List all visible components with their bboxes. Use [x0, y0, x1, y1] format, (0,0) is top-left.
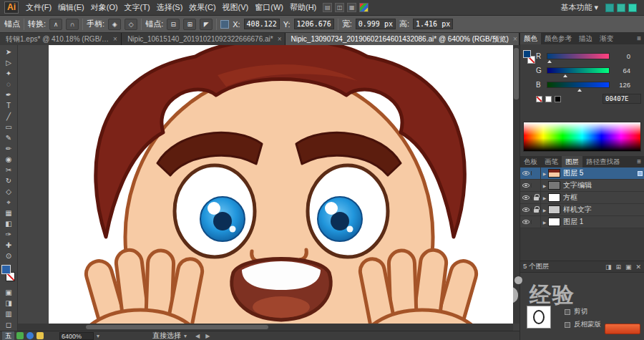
zoom-dropdown-icon[interactable]: ▾	[97, 333, 99, 339]
document-tab-3-active[interactable]: Nipic_13090734_20190602164601432086.ai* …	[286, 33, 519, 45]
invert-mask-checkbox[interactable]	[565, 322, 570, 328]
selection-tool[interactable]: ➤	[1, 47, 16, 57]
layer-row-1[interactable]: ▶ 图层 1	[520, 216, 644, 228]
width-tool[interactable]: ◉	[1, 154, 16, 165]
lock-cell[interactable]	[532, 180, 541, 191]
fill-color-swatch[interactable]	[1, 265, 11, 274]
artboard[interactable]	[49, 45, 514, 324]
visibility-eye-icon[interactable]	[520, 195, 532, 200]
draw-behind-icon[interactable]: ◨	[1, 298, 16, 309]
close-icon[interactable]: ×	[513, 35, 517, 43]
tab-swatches[interactable]: 色板	[520, 156, 541, 167]
shape-builder-tool[interactable]: ▦	[1, 208, 16, 218]
free-transform-tool[interactable]: ⌖	[1, 197, 16, 208]
document-tab-1[interactable]: 转钢1.eps* @ 410.18% (RGB/…×	[0, 33, 122, 45]
layer-name[interactable]: 文字编辑	[563, 180, 635, 190]
screen-mode-icon[interactable]: ◻	[1, 319, 16, 330]
expand-triangle-icon[interactable]: ▶	[541, 208, 548, 213]
make-mask-icon[interactable]: ◨	[605, 263, 612, 271]
grid-icon[interactable]: ▦	[347, 3, 356, 12]
green-slider[interactable]	[547, 67, 610, 74]
taskbar-app-icon-yellow[interactable]	[36, 332, 44, 339]
reference-point-icon[interactable]	[220, 20, 229, 29]
menu-effect[interactable]: 效果(C)	[189, 2, 215, 13]
height-input[interactable]: 1.416 px	[413, 19, 453, 29]
menu-file[interactable]: 文件(F)	[26, 2, 52, 13]
lock-icon[interactable]	[532, 204, 541, 215]
red-button[interactable]	[605, 324, 640, 334]
new-sublayer-icon[interactable]: ⊞	[615, 263, 621, 271]
mask-thumbnail[interactable]	[527, 306, 551, 329]
layer-name[interactable]: 方框	[563, 193, 635, 203]
panel-menu-icon[interactable]: ≡	[634, 33, 644, 44]
layer-name[interactable]: 图层 1	[563, 217, 635, 227]
magic-wand-tool[interactable]: ✦	[1, 68, 16, 79]
layer-row-text-edit[interactable]: ▶ 文字编辑	[520, 180, 644, 192]
canvas-area[interactable]	[18, 45, 514, 324]
menu-help[interactable]: 帮助(H)	[290, 2, 316, 13]
menu-edit[interactable]: 编辑(E)	[58, 2, 84, 13]
draw-inside-icon[interactable]: ▥	[1, 309, 16, 319]
black-swatch[interactable]	[555, 96, 561, 102]
arrange-documents-icon[interactable]: ▤	[323, 3, 332, 12]
cut-path-icon[interactable]: ◤	[200, 19, 213, 30]
delete-layer-icon[interactable]: ✕	[635, 263, 641, 271]
horizontal-scrollbar-thumb[interactable]	[86, 325, 268, 329]
x-input[interactable]: 408.122	[244, 19, 280, 29]
scale-tool[interactable]: ◇	[1, 186, 16, 197]
zoom-tool[interactable]: ⊙	[1, 251, 16, 261]
paintbrush-tool[interactable]: ✎	[1, 132, 16, 143]
expand-triangle-icon[interactable]: ▶	[541, 171, 548, 176]
menu-object[interactable]: 对象(O)	[91, 2, 118, 13]
document-setup-icon[interactable]: ◫	[335, 3, 344, 12]
panel-menu-icon[interactable]: ≡	[634, 156, 644, 167]
tab-gradient[interactable]: 渐变	[596, 33, 617, 44]
line-segment-tool[interactable]: ╱	[1, 111, 16, 122]
zoom-level-input[interactable]: 6400%	[59, 332, 94, 340]
workspace-icon-1[interactable]	[605, 4, 614, 12]
convert-corner-icon[interactable]: ∧	[49, 19, 62, 30]
add-anchor-icon[interactable]: ⊞	[183, 19, 196, 30]
visibility-eye-icon[interactable]	[520, 183, 532, 188]
layer-row-box[interactable]: ▶ 方框	[520, 192, 644, 204]
red-value[interactable]: 0	[613, 52, 630, 60]
hand-tool[interactable]: ✚	[1, 240, 16, 251]
tab-brushes[interactable]: 画笔	[541, 156, 562, 167]
lock-cell[interactable]	[532, 216, 541, 228]
prev-artboard-icon[interactable]: ◀	[195, 333, 200, 339]
close-icon[interactable]: ×	[278, 35, 282, 43]
rotate-tool[interactable]: ↻	[1, 175, 16, 186]
expand-triangle-icon[interactable]: ▶	[541, 195, 548, 200]
expand-triangle-icon[interactable]: ▶	[541, 220, 548, 225]
blue-value[interactable]: 126	[613, 81, 630, 89]
tab-layers[interactable]: 图层	[562, 156, 582, 167]
red-slider[interactable]	[547, 53, 610, 59]
tab-color-guide[interactable]: 颜色参考	[541, 33, 575, 44]
tab-color[interactable]: 颜色	[520, 33, 541, 44]
show-handles-icon[interactable]: ◈	[108, 19, 121, 30]
visibility-eye-icon[interactable]	[520, 220, 532, 224]
clip-checkbox[interactable]	[565, 309, 570, 315]
workspace-icon-3[interactable]	[628, 4, 637, 12]
green-value[interactable]: 64	[613, 67, 630, 74]
visibility-eye-icon[interactable]	[520, 208, 532, 212]
tab-stroke[interactable]: 描边	[575, 33, 596, 44]
workspace-icon-2[interactable]	[617, 4, 625, 12]
taskbar-app-icon-green[interactable]	[16, 332, 24, 339]
direct-selection-tool[interactable]: ▷	[1, 57, 16, 68]
pen-tool[interactable]: ✒	[1, 89, 16, 100]
vertical-scrollbar-thumb[interactable]	[514, 48, 519, 99]
new-layer-icon[interactable]: ▣	[625, 263, 632, 271]
white-swatch[interactable]	[545, 96, 552, 102]
hide-handles-icon[interactable]: ◇	[125, 19, 137, 30]
menu-window[interactable]: 窗口(W)	[255, 2, 283, 13]
layer-row-mockup-text[interactable]: ▶ 样机文字	[520, 204, 644, 216]
workspace-switcher[interactable]: 基本功能 ▾	[560, 2, 598, 13]
close-icon[interactable]: ×	[113, 35, 117, 43]
lock-cell[interactable]	[532, 167, 541, 179]
taskbar-app-icon-blue[interactable]	[26, 332, 34, 339]
scissors-tool[interactable]: ✂	[1, 165, 16, 175]
draw-normal-icon[interactable]: ▣	[1, 287, 16, 298]
layer-row-5[interactable]: ▶ 图层 5	[520, 167, 644, 180]
layer-name[interactable]: 样机文字	[563, 205, 635, 215]
